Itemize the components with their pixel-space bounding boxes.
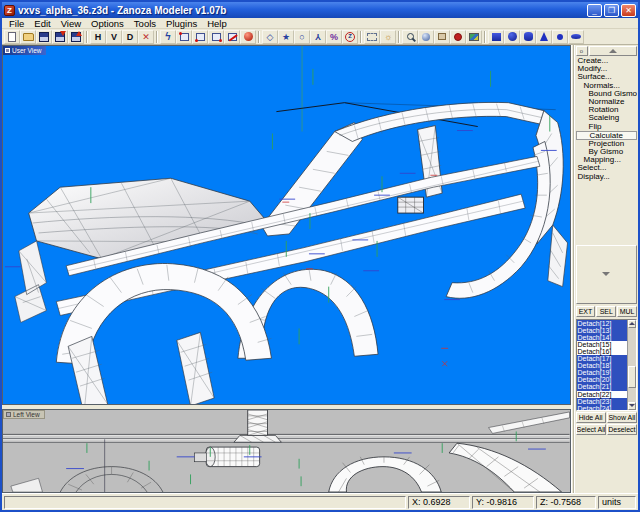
panel-pin-button[interactable]: o [576,46,588,56]
toolbar-separator [360,31,362,43]
new-file-button[interactable] [4,30,20,44]
modify-percent-button[interactable]: % [326,30,342,44]
panel-filler [576,435,637,492]
list-item[interactable]: Detach[24] [577,405,627,410]
export-button[interactable] [68,30,84,44]
list-item[interactable]: Detach[19] [577,369,627,376]
sphere-view-button[interactable] [418,30,434,44]
primitive-sphere-icon [508,32,517,41]
list-item[interactable]: Detach[15] [577,341,627,348]
select-quadr-button[interactable]: ◇ [262,30,278,44]
primitive-cylinder-icon [524,32,533,41]
faces-mode-button[interactable] [208,30,224,44]
primitive-cone-icon [540,32,548,41]
primitive-cone-button[interactable] [536,30,552,44]
menu-help[interactable]: Help [202,18,232,29]
minimize-button[interactable]: _ [587,4,602,17]
scrollbar-trough[interactable] [628,328,636,402]
open-file-button[interactable] [20,30,36,44]
primitive-box-button[interactable] [488,30,504,44]
material-button[interactable] [450,30,466,44]
toggle-d-button[interactable]: D [122,30,138,44]
primitive-sphere-button[interactable] [504,30,520,44]
panel-item-surface[interactable]: Surface... [576,73,637,81]
scroll-down-button[interactable] [628,402,636,410]
list-item[interactable]: Detach[16] [577,348,627,355]
mode-ext-button[interactable]: EXT [576,306,596,317]
circle-gizmo-button[interactable]: ☼ [380,30,396,44]
list-item[interactable]: Detach[18] [577,362,627,369]
close-button[interactable]: ✕ [621,4,636,17]
panel-item-select[interactable]: Select... [576,164,637,172]
objects-mode-button[interactable] [240,30,256,44]
list-item[interactable]: Detach[17] [577,355,627,362]
deselect-button[interactable]: Deselect [607,424,637,435]
main-viewport[interactable]: User View [2,45,571,405]
gizmo-toggle-button[interactable]: ✕ [138,30,154,44]
panel-scroll-down-button[interactable] [576,245,637,304]
mode-sel-button[interactable]: SEL [596,306,616,317]
panel-item-create[interactable]: Create... [576,57,637,65]
list-scrollbar[interactable] [627,320,636,410]
list-item[interactable]: Detach[22] [577,391,627,398]
menu-file[interactable]: File [4,18,29,29]
list-item[interactable]: Detach[23] [577,398,627,405]
menu-plugins[interactable]: Plugins [161,18,202,29]
hide-all-button[interactable]: Hide All [576,412,606,423]
menu-options[interactable]: Options [86,18,129,29]
panel-item-bound-gismo[interactable]: Bound Gismo [576,90,637,98]
vertices-mode-button[interactable] [176,30,192,44]
list-buttons: Hide AllShow AllSelect AllDeselect [576,412,637,435]
toolbar-separator [398,31,400,43]
zoom-tool-button[interactable] [402,30,418,44]
mode-mul-button[interactable]: MUL [617,306,637,317]
save-file-button[interactable] [36,30,52,44]
main-viewport-caption[interactable]: User View [3,46,46,55]
menu-view[interactable]: View [56,18,86,29]
bottom-viewport-caption[interactable]: Left View [3,410,45,419]
panel-item-normals[interactable]: Normals... [576,82,637,90]
scrollbar-thumb[interactable] [628,366,636,388]
primitive-cylinder-button[interactable] [520,30,536,44]
toggle-h-button[interactable]: H [90,30,106,44]
toggle-v-button[interactable]: V [106,30,122,44]
panel-item-projection[interactable]: Projection [576,140,637,148]
toolbar-separator [86,31,88,43]
scroll-up-button[interactable] [628,320,636,328]
edges-mode-button[interactable] [192,30,208,44]
panel-item-rotation[interactable]: Rotation [576,106,637,114]
panel-item-display[interactable]: Display... [576,173,637,181]
menu-edit[interactable]: Edit [29,18,55,29]
bottom-viewport[interactable]: Left View [2,409,571,493]
panel-item-modify[interactable]: Modify... [576,65,637,73]
panel-scroll-up-button[interactable] [589,46,637,56]
box-view-button[interactable] [434,30,450,44]
show-all-button[interactable]: Show All [607,412,637,423]
list-item[interactable]: Detach[20] [577,376,627,383]
select-circle-button[interactable]: ○ [294,30,310,44]
restore-button[interactable]: ❐ [604,4,619,17]
panel-item-calculate[interactable]: Calculate [576,131,637,140]
panel-item-scaleing[interactable]: Scaleing [576,114,637,122]
title-bar: Z vxvs_alpha_36.z3d - Zanoza Modeler v1.… [2,2,638,18]
select-star-button[interactable]: ★ [278,30,294,44]
panel-item-flip[interactable]: Flip [576,123,637,131]
list-item[interactable]: Detach[21] [577,383,627,390]
zanoza-logo-button[interactable]: Z [342,30,358,44]
select-all-button[interactable]: Select All [576,424,606,435]
polygons-mode-button[interactable] [224,30,240,44]
primitive-torus-button[interactable] [552,30,568,44]
list-item[interactable]: Detach[13] [577,327,627,334]
panel-item-normalize[interactable]: Normalize [576,98,637,106]
primitive-ring-button[interactable] [568,30,584,44]
marquee-select-button[interactable] [364,30,380,44]
texture-button[interactable] [466,30,482,44]
list-item[interactable]: Detach[14] [577,334,627,341]
panel-item-by-gismo[interactable]: By Gismo [576,148,637,156]
path-tool-button[interactable]: ϟ [160,30,176,44]
menu-tools[interactable]: Tools [129,18,161,29]
panel-item-mapping[interactable]: Mapping... [576,156,637,164]
list-item[interactable]: Detach[12] [577,320,627,327]
import-button[interactable] [52,30,68,44]
select-figure-button[interactable]: Y [310,30,326,44]
